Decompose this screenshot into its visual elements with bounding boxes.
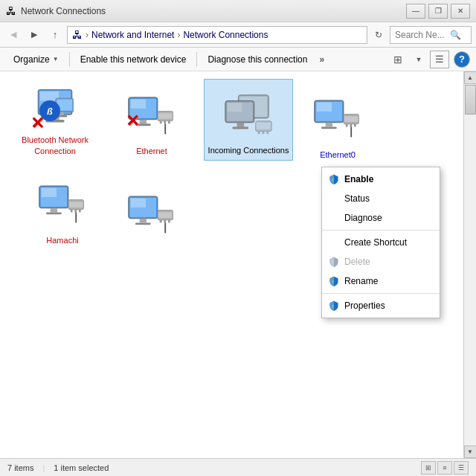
svg-rect-38 <box>344 116 358 121</box>
breadcrumb-network[interactable]: Network and Internet <box>91 30 174 40</box>
file-icon-bluetooth: ✕ ß <box>29 81 81 133</box>
status-view-btn-details[interactable]: ☰ <box>454 461 469 475</box>
file-name: Ethernet0 <box>320 149 356 160</box>
status-separator: | <box>42 463 45 472</box>
svg-rect-62 <box>164 220 166 223</box>
svg-rect-16 <box>160 120 162 123</box>
list-item[interactable] <box>107 168 196 250</box>
svg-rect-15 <box>158 113 173 118</box>
more-button[interactable]: » <box>315 49 329 70</box>
svg-rect-57 <box>140 219 147 223</box>
context-menu-diagnose[interactable]: Diagnose <box>322 208 440 228</box>
list-item[interactable]: ✕ Ethernet <box>107 79 196 161</box>
list-item[interactable]: ✕ ß Bluetooth Network Connection <box>10 79 100 161</box>
svg-rect-12 <box>140 119 147 123</box>
context-menu-status[interactable]: Status <box>322 189 440 208</box>
status-view-btn-list[interactable]: ≡ <box>437 461 452 475</box>
diagnose-button[interactable]: Diagnose this connection <box>200 49 315 70</box>
status-view-buttons: ⊞ ≡ ☰ <box>421 461 469 475</box>
list-item[interactable]: Hamachi <box>18 168 107 250</box>
scroll-up[interactable]: ▲ <box>464 71 477 84</box>
file-grid: ✕ ß Bluetooth Network Connection <box>0 71 463 458</box>
file-name: Bluetooth Network Connection <box>22 135 89 156</box>
context-menu: ! Enable Status Diagnose Create Shortcut <box>321 167 440 318</box>
svg-rect-24 <box>228 103 242 112</box>
svg-rect-35 <box>326 123 332 127</box>
context-menu-properties[interactable]: ! Properties <box>322 296 440 315</box>
view-btn-details[interactable]: ☰ <box>430 51 449 68</box>
scrollbar[interactable]: ▲ ▼ <box>463 71 476 458</box>
toolbar: Organize ▼ Enable this network device Di… <box>0 48 476 71</box>
scroll-thumb[interactable] <box>465 85 476 115</box>
breadcrumb-connections[interactable]: Network Connections <box>183 30 268 40</box>
minimize-button[interactable]: — <box>406 4 425 19</box>
file-icon-ethernet: ✕ <box>126 91 178 143</box>
disabled-icon: ✕ <box>126 113 139 129</box>
restore-button[interactable]: ❐ <box>428 4 448 19</box>
svg-rect-52 <box>79 209 81 212</box>
svg-rect-60 <box>158 212 173 217</box>
context-menu-delete: ! Delete <box>322 252 440 271</box>
search-input[interactable] <box>395 30 447 40</box>
svg-rect-47 <box>46 212 62 214</box>
svg-text:!: ! <box>332 260 333 265</box>
organize-button[interactable]: Organize ▼ <box>6 49 66 70</box>
svg-rect-11 <box>131 99 147 108</box>
view-btn-large[interactable]: ⊞ <box>388 51 408 68</box>
svg-rect-61 <box>160 220 162 223</box>
organize-chevron: ▼ <box>53 56 59 62</box>
svg-rect-40 <box>350 123 352 126</box>
svg-rect-63 <box>168 220 170 223</box>
svg-rect-28 <box>257 122 271 129</box>
file-name: Ethernet <box>136 146 167 156</box>
view-btn-dropdown[interactable]: ▼ <box>409 51 428 68</box>
svg-rect-51 <box>74 209 77 212</box>
help-button[interactable]: ? <box>454 51 470 68</box>
svg-rect-17 <box>164 120 166 123</box>
svg-text:!: ! <box>332 177 333 182</box>
svg-rect-41 <box>354 123 356 126</box>
file-icon-ethernet0 <box>312 94 364 147</box>
window-icon: 🖧 <box>6 5 16 17</box>
title-controls: — ❐ ✕ <box>406 4 470 19</box>
svg-rect-34 <box>317 102 332 111</box>
context-menu-rename[interactable]: ! Rename <box>322 271 440 291</box>
context-menu-separator-1 <box>322 230 440 231</box>
svg-rect-45 <box>42 187 57 196</box>
breadcrumb-sep2: › <box>177 30 180 40</box>
view-controls: ⊞ ▼ ☰ ? <box>388 51 470 68</box>
svg-rect-58 <box>135 222 151 225</box>
scroll-down[interactable]: ▼ <box>464 446 477 458</box>
file-name: Hamachi <box>46 235 78 245</box>
back-button[interactable]: ◀ <box>4 26 22 44</box>
status-bar: 7 items | 1 item selected ⊞ ≡ ☰ <box>0 458 476 476</box>
context-menu-enable[interactable]: ! Enable <box>322 170 440 189</box>
svg-text:!: ! <box>332 279 333 284</box>
search-box: 🔍 <box>390 26 472 44</box>
breadcrumb[interactable]: 🖧 › Network and Internet › Network Conne… <box>67 26 367 44</box>
up-button[interactable]: ↑ <box>46 26 64 44</box>
svg-rect-49 <box>69 202 83 207</box>
list-item[interactable]: Ethernet0 <box>293 83 382 164</box>
toolbar-separator-2 <box>196 52 197 67</box>
shield-icon: ! <box>328 300 340 311</box>
title-bar: 🖧 Network Connections — ❐ ✕ <box>0 0 476 22</box>
context-menu-create-shortcut[interactable]: Create Shortcut <box>322 233 440 252</box>
refresh-button[interactable]: ↻ <box>370 26 387 44</box>
enable-device-button[interactable]: Enable this network device <box>73 49 194 70</box>
shield-icon: ! <box>328 276 340 286</box>
scroll-track[interactable] <box>464 84 477 446</box>
file-name: Incoming Connections <box>208 145 289 155</box>
svg-rect-31 <box>266 131 268 134</box>
address-bar: ◀ ▶ ↑ 🖧 › Network and Internet › Network… <box>0 22 476 48</box>
status-view-btn-grid[interactable]: ⊞ <box>421 461 436 475</box>
close-button[interactable]: ✕ <box>451 4 470 19</box>
svg-text:!: ! <box>332 303 333 309</box>
list-item[interactable]: Incoming Connections <box>204 79 293 161</box>
shield-icon: ! <box>328 174 340 184</box>
shield-icon: ! <box>328 257 340 267</box>
search-icon: 🔍 <box>450 30 461 40</box>
svg-rect-18 <box>168 120 170 123</box>
toolbar-separator-1 <box>69 52 70 67</box>
forward-button[interactable]: ▶ <box>25 26 43 44</box>
